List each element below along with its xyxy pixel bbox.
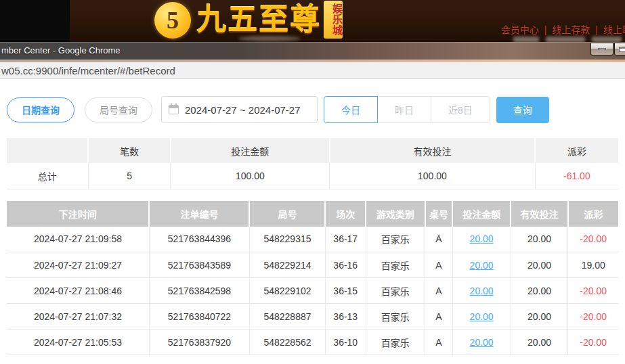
session-cell: 36-13	[325, 304, 366, 329]
bet-amount-link[interactable]: 20.00	[452, 304, 511, 329]
bet-amount-link[interactable]: 20.00	[452, 252, 511, 278]
header-bet-id: 注单编号	[149, 201, 249, 227]
header-round-id: 局号	[249, 201, 325, 227]
window-title: mber Center - Google Chrome	[1, 45, 121, 55]
summary-header-bet-amount: 投注金额	[171, 138, 330, 163]
bet-time-cell: 2024-07-27 21:07:32	[7, 304, 149, 329]
bet-row: 2024-07-27 21:09:58 521763844396 5482293…	[7, 227, 618, 252]
round-id-cell: 548229214	[249, 252, 325, 278]
search-button[interactable]: 查询	[496, 97, 549, 123]
site-header: 5 九五至尊 娱乐城 会员中心|线上存款|线上取	[0, 0, 625, 42]
bet-amount-link[interactable]: 20.00	[452, 227, 511, 252]
payout-cell: -20.00	[568, 329, 618, 355]
brand-logo: 5 九五至尊 娱乐城	[154, 1, 343, 39]
valid-bet-cell: 20.00	[511, 304, 568, 329]
payout-cell: -20.00	[568, 278, 618, 304]
round-id-cell: 548228562	[249, 329, 325, 355]
bet-id-cell: 521763840722	[149, 304, 249, 329]
header-table-no: 桌号	[425, 201, 453, 227]
summary-total-row: 总计 5 100.00 100.00 -61.00	[7, 163, 618, 189]
table-no-cell: A	[425, 227, 453, 252]
bet-row: 2024-07-27 21:05:53 521763837920 5482285…	[7, 329, 618, 355]
summary-header-payout: 派彩	[535, 138, 618, 163]
bet-record-page: 日期查询 局号查询 2024-07-27 ~ 2024-07-27 今日 昨日 …	[0, 79, 625, 364]
bet-time-cell: 2024-07-27 21:09:27	[7, 252, 149, 278]
valid-bet-cell: 20.00	[511, 278, 568, 304]
minimize-icon	[598, 48, 606, 50]
bet-amount-link[interactable]: 20.00	[452, 329, 511, 355]
payout-cell: 19.00	[568, 252, 618, 278]
brand-title: 九五至尊	[196, 1, 321, 39]
minimize-button[interactable]	[590, 43, 613, 55]
screen: 5 九五至尊 娱乐城 会员中心|线上存款|线上取 mber Center - G…	[0, 0, 625, 364]
payout-cell: -20.00	[568, 227, 618, 252]
table-no-cell: A	[425, 252, 453, 278]
header-payout: 派彩	[568, 201, 618, 227]
round-id-cell: 548228887	[249, 304, 325, 329]
summary-total-count: 5	[88, 163, 171, 189]
round-id-cell: 548229315	[249, 227, 325, 252]
maximize-icon	[619, 47, 625, 52]
header-valid-bet: 有效投注	[511, 201, 568, 227]
nav-link-withdraw[interactable]: 线上取	[603, 24, 625, 35]
game-type-cell: 百家乐	[366, 252, 425, 278]
brand-badge: 娱乐城	[324, 1, 343, 39]
session-cell: 36-17	[325, 227, 366, 252]
brand-logo-icon: 5	[154, 2, 191, 39]
quick-range-group: 今日 昨日 近8日	[324, 96, 490, 123]
bet-id-cell: 521763837920	[149, 329, 249, 355]
valid-bet-cell: 20.00	[511, 227, 568, 252]
payout-cell: -20.00	[568, 304, 618, 329]
bet-row: 2024-07-27 21:08:46 521763842598 5482291…	[7, 278, 618, 304]
session-cell: 36-10	[325, 329, 366, 355]
game-type-cell: 百家乐	[366, 278, 425, 304]
date-query-tab[interactable]: 日期查询	[7, 97, 74, 122]
maximize-button[interactable]	[614, 43, 625, 55]
round-id-cell: 548229102	[249, 278, 325, 304]
nav-separator: |	[595, 24, 598, 35]
header-session: 场次	[325, 201, 366, 227]
bet-id-cell: 521763842598	[149, 278, 249, 304]
summary-header-count: 笔数	[88, 138, 171, 163]
nav-separator: |	[544, 24, 547, 35]
browser-url-bar[interactable]: w05.cc:9900/infe/mcenter/#/betRecord	[0, 62, 625, 79]
window-controls	[590, 43, 625, 55]
bet-row: 2024-07-27 21:07:32 521763840722 5482288…	[7, 304, 618, 329]
table-no-cell: A	[425, 278, 453, 304]
top-nav: 会员中心|线上存款|线上取	[501, 22, 625, 36]
calendar-icon	[169, 105, 179, 114]
header-bet-time: 下注时间	[7, 201, 149, 227]
valid-bet-cell: 20.00	[511, 252, 568, 278]
url-text: w05.cc:9900/infe/mcenter/#/betRecord	[1, 65, 175, 76]
summary-total-bet-amount: 100.00	[171, 163, 330, 189]
game-type-cell: 百家乐	[366, 304, 425, 329]
quick-range-last8days[interactable]: 近8日	[431, 96, 490, 123]
bet-row: 2024-07-27 21:09:27 521763843589 5482292…	[7, 252, 618, 278]
detail-header-row: 下注时间 注单编号 局号 场次 游戏类别 桌号 投注金额 有效投注 派彩	[7, 201, 618, 227]
round-query-tab[interactable]: 局号查询	[85, 97, 152, 122]
quick-range-today[interactable]: 今日	[324, 96, 378, 123]
bet-id-cell: 521763843589	[149, 252, 249, 278]
quick-range-yesterday[interactable]: 昨日	[377, 96, 431, 123]
bet-id-cell: 521763844396	[149, 227, 249, 252]
browser-titlebar[interactable]: mber Center - Google Chrome	[0, 42, 625, 60]
bet-amount-link[interactable]: 20.00	[452, 278, 511, 304]
summary-total-label: 总计	[7, 163, 88, 189]
summary-header-valid-bet: 有效投注	[330, 138, 535, 163]
bet-time-cell: 2024-07-27 21:09:58	[7, 227, 149, 252]
nav-link-member-center[interactable]: 会员中心	[501, 24, 539, 35]
header-game-type: 游戏类别	[366, 201, 425, 227]
desktop-black-area	[0, 0, 70, 42]
summary-total-valid-bet: 100.00	[330, 163, 535, 189]
game-type-cell: 百家乐	[366, 329, 425, 355]
valid-bet-cell: 20.00	[511, 329, 568, 355]
header-bet-amount: 投注金额	[452, 201, 511, 227]
filter-toolbar: 日期查询 局号查询 2024-07-27 ~ 2024-07-27 今日 昨日 …	[7, 96, 618, 123]
date-range-input[interactable]: 2024-07-27 ~ 2024-07-27	[161, 96, 318, 123]
bet-detail-table: 下注时间 注单编号 局号 场次 游戏类别 桌号 投注金额 有效投注 派彩 202…	[7, 201, 618, 356]
session-cell: 36-16	[325, 252, 366, 278]
table-no-cell: A	[425, 304, 453, 329]
summary-header-row: 笔数 投注金额 有效投注 派彩	[7, 138, 618, 163]
nav-link-deposit[interactable]: 线上存款	[552, 24, 590, 35]
summary-table: 笔数 投注金额 有效投注 派彩 总计 5 100.00 100.00 -61.0…	[7, 138, 618, 189]
